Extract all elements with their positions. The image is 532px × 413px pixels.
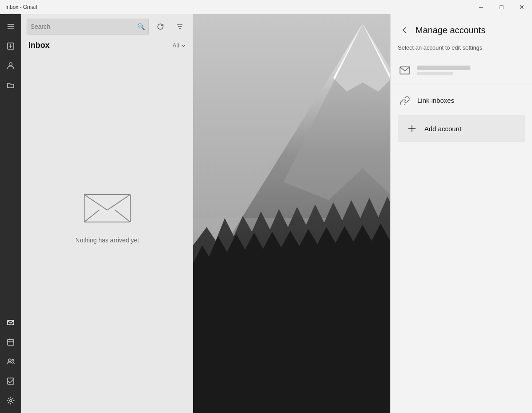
- nav-rail: [0, 14, 21, 413]
- title-bar: Inbox - Gmail ─ □ ✕: [0, 0, 532, 14]
- svg-line-20: [84, 195, 107, 210]
- link-inboxes-icon: [398, 93, 412, 107]
- svg-point-13: [12, 359, 14, 361]
- filter-dropdown[interactable]: All: [173, 42, 186, 49]
- calendar-nav-icon[interactable]: [2, 333, 19, 351]
- app-window: 🔍 Inbox All: [0, 14, 532, 413]
- hamburger-icon[interactable]: [2, 18, 19, 35]
- sidebar: 🔍 Inbox All: [21, 14, 193, 413]
- empty-state: Nothing has arrived yet: [21, 54, 193, 413]
- settings-nav-icon[interactable]: [2, 392, 19, 409]
- search-icon[interactable]: 🔍: [137, 23, 145, 30]
- svg-point-12: [8, 359, 11, 362]
- account-mail-icon: [398, 63, 412, 78]
- manage-accounts-panel: Manage accounts Select an account to edi…: [390, 14, 532, 413]
- main-content: Manage accounts Select an account to edi…: [193, 14, 532, 413]
- inbox-title-bar: Inbox All: [21, 39, 193, 54]
- panel-title: Manage accounts: [416, 25, 485, 35]
- folder-icon[interactable]: [2, 76, 19, 94]
- search-box[interactable]: 🔍: [27, 19, 149, 35]
- compose-icon[interactable]: [2, 37, 19, 55]
- window-controls: ─ □ ✕: [471, 0, 532, 14]
- svg-line-21: [107, 195, 130, 210]
- svg-line-23: [115, 210, 130, 222]
- empty-state-text: Nothing has arrived yet: [75, 237, 139, 244]
- refresh-button[interactable]: [152, 19, 168, 35]
- add-account-label: Add account: [424, 125, 461, 132]
- svg-rect-8: [8, 339, 14, 345]
- empty-envelope-icon: [81, 188, 134, 228]
- add-icon: [405, 121, 419, 136]
- svg-line-22: [84, 210, 99, 222]
- sidebar-header: 🔍: [21, 14, 193, 39]
- nav-top: [2, 18, 19, 314]
- account-info: [417, 66, 470, 75]
- minimize-button[interactable]: ─: [471, 0, 491, 14]
- panel-header: Manage accounts: [391, 14, 532, 43]
- divider: [391, 85, 532, 85]
- filter-label: All: [173, 42, 179, 49]
- nav-bottom: [2, 314, 19, 413]
- window-title: Inbox - Gmail: [0, 4, 37, 10]
- mail-nav-icon[interactable]: [2, 314, 19, 331]
- link-inboxes-label: Link inboxes: [417, 97, 454, 104]
- svg-rect-14: [8, 378, 14, 384]
- account-list-item[interactable]: [391, 58, 532, 83]
- maximize-button[interactable]: □: [491, 0, 512, 14]
- close-button[interactable]: ✕: [512, 0, 532, 14]
- link-inboxes-item[interactable]: Link inboxes: [391, 87, 532, 113]
- account-email-placeholder: [417, 72, 453, 75]
- todo-nav-icon[interactable]: [2, 372, 19, 390]
- person-icon[interactable]: [2, 57, 19, 74]
- filter-button[interactable]: [172, 19, 188, 35]
- contacts-nav-icon[interactable]: [2, 353, 19, 370]
- svg-point-6: [9, 63, 12, 66]
- back-button[interactable]: [398, 23, 412, 37]
- search-input[interactable]: [31, 23, 137, 30]
- panel-subtitle: Select an account to edit settings.: [391, 43, 532, 58]
- add-account-button[interactable]: Add account: [398, 115, 525, 142]
- svg-point-15: [10, 400, 12, 402]
- account-name-placeholder: [417, 66, 470, 70]
- inbox-title: Inbox: [28, 41, 50, 50]
